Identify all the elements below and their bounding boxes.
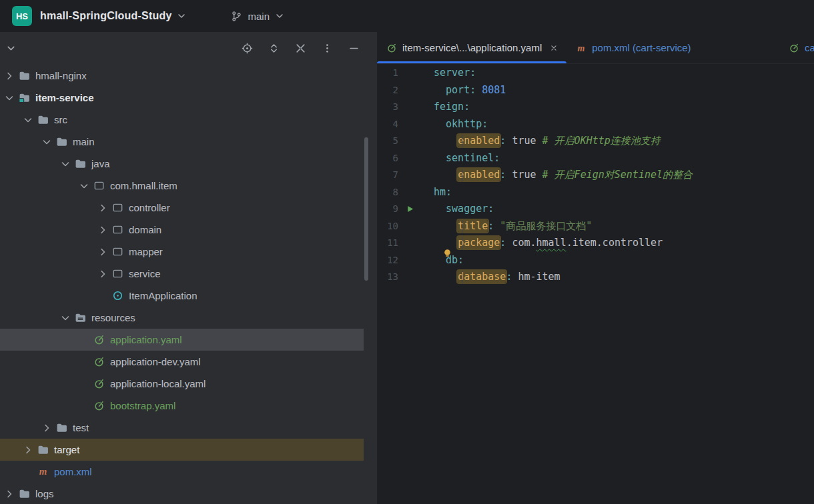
code-editor[interactable]: 1server:2 port: 80813feign:4 okhttp:5 en… <box>377 64 814 504</box>
code-text: enabled: true # 开启Feign对Sentinel的整合 <box>434 167 814 184</box>
tree-item-src[interactable]: src <box>0 109 364 131</box>
line-number: 3 <box>377 99 398 116</box>
collapse-all-icon[interactable] <box>295 43 306 54</box>
code-line-8[interactable]: 8hm: <box>377 184 814 201</box>
indent-guide <box>462 169 462 182</box>
line-number: 12 <box>377 252 398 269</box>
toolbar-icons <box>242 43 360 54</box>
indent-guide <box>462 271 462 284</box>
tree-item-label: application.yaml <box>110 334 182 345</box>
chevron-down-icon[interactable] <box>60 313 71 323</box>
tree-item-test[interactable]: test <box>0 417 364 439</box>
tree-item-application-local-yaml[interactable]: application-local.yaml <box>0 373 364 395</box>
code-line-13[interactable]: 13 database: hm-item <box>377 269 814 286</box>
code-line-10[interactable]: 10 title: "商品服务接口文档" <box>377 218 814 235</box>
folder-icon <box>56 136 67 147</box>
chevron-down-icon <box>274 11 285 21</box>
chevron-down-icon[interactable] <box>4 93 15 103</box>
run-icon[interactable] <box>405 204 415 214</box>
code-line-9[interactable]: 9 swagger: <box>377 201 814 218</box>
tree-item-hmall-nginx[interactable]: hmall-nginx <box>0 65 364 87</box>
tool-window-chevron-icon[interactable] <box>5 43 17 54</box>
indent-guide <box>462 237 462 250</box>
chevron-down-icon[interactable] <box>41 137 52 147</box>
code-text: hm: <box>434 184 814 201</box>
tree-item-pom-xml[interactable]: mpom.xml <box>0 461 364 483</box>
chevron-down-icon[interactable] <box>176 11 187 21</box>
chevron-right-icon[interactable] <box>4 71 15 81</box>
folder-icon <box>56 422 67 433</box>
code-text: okhttp: <box>434 116 814 133</box>
package-icon <box>112 202 123 213</box>
tree-item-domain[interactable]: domain <box>0 219 364 241</box>
tree-item-bootstrap-yaml[interactable]: bootstrap.yaml <box>0 395 364 417</box>
tree-item-item-service[interactable]: item-service <box>0 87 364 109</box>
resources-folder-icon <box>75 312 86 323</box>
tree-item-java[interactable]: java <box>0 153 364 175</box>
chevron-down-icon[interactable] <box>60 159 71 169</box>
line-number: 10 <box>377 218 398 235</box>
code-line-5[interactable]: 5 enabled: true # 开启OKHttp连接池支持 <box>377 133 814 150</box>
folder-icon <box>37 444 49 455</box>
code-line-12[interactable]: 12 db: <box>377 252 814 269</box>
chevron-spacer <box>79 379 89 389</box>
chevron-spacer <box>23 467 33 477</box>
tree-item-com-hmall-item[interactable]: com.hmall.item <box>0 175 364 197</box>
chevron-right-icon[interactable] <box>97 203 108 213</box>
chevron-spacer <box>79 335 89 345</box>
tree-item-application-dev-yaml[interactable]: application-dev.yaml <box>0 351 364 373</box>
editor-tab-3[interactable]: ca <box>779 32 814 63</box>
chevron-right-icon[interactable] <box>4 489 15 499</box>
chevron-right-icon[interactable] <box>97 269 108 279</box>
folder-icon <box>19 70 30 81</box>
maven-icon: m <box>37 466 49 477</box>
chevron-right-icon[interactable] <box>97 247 108 257</box>
tree-item-label: application-local.yaml <box>110 378 206 389</box>
line-number: 7 <box>377 167 398 184</box>
tree-item-mapper[interactable]: mapper <box>0 241 364 263</box>
svg-text:m: m <box>578 43 585 53</box>
code-line-6[interactable]: 6 sentinel: <box>377 150 814 167</box>
editor-tab-1[interactable]: item-service\...\application.yaml <box>377 32 566 63</box>
chevron-right-icon[interactable] <box>23 445 33 455</box>
branch-selector[interactable]: main <box>231 11 285 22</box>
code-line-3[interactable]: 3feign: <box>377 99 814 116</box>
line-number: 6 <box>377 150 398 167</box>
tree-item-itemapplication[interactable]: ItemApplication <box>0 285 364 307</box>
project-name[interactable]: hmall-SpringCloud-Study <box>40 10 171 22</box>
expand-all-icon[interactable] <box>268 43 280 54</box>
tree-item-resources[interactable]: resources <box>0 307 364 329</box>
project-tool-window: hmall-nginxitem-servicesrcmainjavacom.hm… <box>0 32 377 504</box>
locate-icon[interactable] <box>242 43 253 54</box>
tree-item-label: java <box>91 158 110 169</box>
tree-item-main[interactable]: main <box>0 131 364 153</box>
tab-label: item-service\...\application.yaml <box>402 42 542 53</box>
code-line-7[interactable]: 7 enabled: true # 开启Feign对Sentinel的整合 <box>377 167 814 184</box>
more-options-icon[interactable] <box>322 43 333 54</box>
chevron-down-icon[interactable] <box>79 181 89 191</box>
chevron-right-icon[interactable] <box>41 423 52 433</box>
lightbulb-icon[interactable] <box>442 248 452 258</box>
code-text: title: "商品服务接口文档" <box>434 218 814 235</box>
code-line-4[interactable]: 4 okhttp: <box>377 116 814 133</box>
tree-item-label: resources <box>91 312 135 323</box>
app-logo: HS <box>12 6 32 26</box>
hide-icon[interactable] <box>348 43 360 54</box>
tree-item-application-yaml[interactable]: application.yaml <box>0 329 364 351</box>
code-text: db: <box>434 252 814 269</box>
code-line-2[interactable]: 2 port: 8081 <box>377 82 814 99</box>
folder-icon <box>75 158 86 169</box>
chevron-down-icon[interactable] <box>23 115 33 125</box>
editor-tab-2[interactable]: mpom.xml (cart-service) <box>566 32 699 63</box>
tree-item-controller[interactable]: controller <box>0 197 364 219</box>
close-icon[interactable] <box>549 43 558 53</box>
code-line-1[interactable]: 1server: <box>377 65 814 82</box>
chevron-right-icon[interactable] <box>97 225 108 235</box>
tab-label: ca <box>805 42 814 53</box>
tree-item-target[interactable]: target <box>0 439 364 461</box>
code-text: enabled: true # 开启OKHttp连接池支持 <box>434 133 814 150</box>
tree-item-service[interactable]: service <box>0 263 364 285</box>
tree-item-logs[interactable]: logs <box>0 483 364 504</box>
tree-scrollbar[interactable] <box>364 137 368 281</box>
line-number: 4 <box>377 116 398 133</box>
